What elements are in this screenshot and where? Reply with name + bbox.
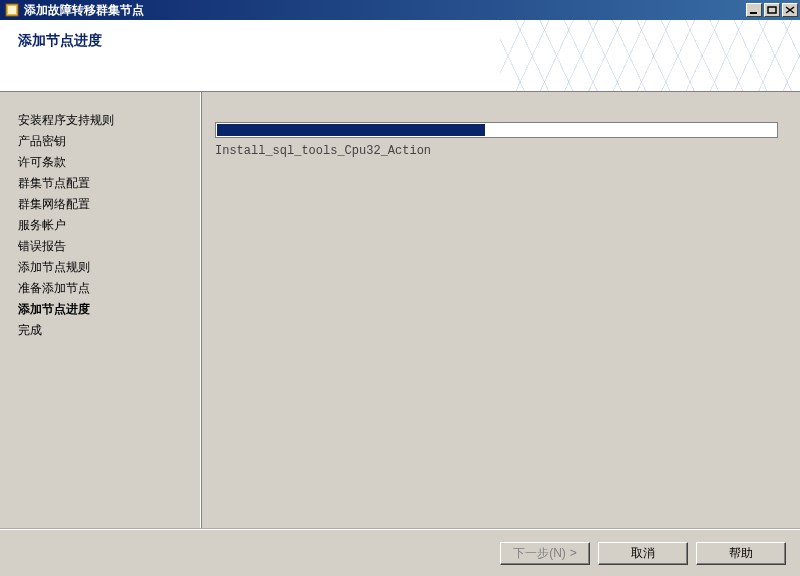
- help-button[interactable]: 帮助: [696, 542, 786, 565]
- header-panel: 添加节点进度: [0, 20, 800, 92]
- sidebar-step: 群集节点配置: [18, 173, 192, 194]
- next-button[interactable]: 下一步(N) >: [500, 542, 590, 565]
- sidebar-step: 安装程序支持规则: [18, 110, 192, 131]
- sidebar-step: 完成: [18, 320, 192, 341]
- page-title: 添加节点进度: [18, 32, 102, 50]
- wizard-steps-sidebar: 安装程序支持规则 产品密钥 许可条款 群集节点配置 群集网络配置 服务帐户 错误…: [0, 92, 200, 528]
- sidebar-step: 群集网络配置: [18, 194, 192, 215]
- svg-rect-1: [8, 6, 16, 14]
- app-icon: [4, 2, 20, 18]
- svg-rect-2: [750, 12, 757, 14]
- cancel-button-label: 取消: [631, 543, 655, 564]
- minimize-button[interactable]: [746, 3, 762, 17]
- footer: 下一步(N) > 取消 帮助: [0, 528, 800, 576]
- cancel-button[interactable]: 取消: [598, 542, 688, 565]
- svg-rect-3: [768, 7, 776, 13]
- sidebar-step: 产品密钥: [18, 131, 192, 152]
- sidebar-step: 服务帐户: [18, 215, 192, 236]
- titlebar: 添加故障转移群集节点: [0, 0, 800, 20]
- next-button-label: 下一步(N): [513, 543, 566, 564]
- header-decoration: [500, 20, 800, 92]
- sidebar-step: 准备添加节点: [18, 278, 192, 299]
- chevron-right-icon: >: [570, 543, 577, 564]
- main-content: Install_sql_tools_Cpu32_Action: [200, 92, 800, 528]
- maximize-button[interactable]: [764, 3, 780, 17]
- progress-bar-fill: [217, 124, 485, 136]
- help-button-label: 帮助: [729, 543, 753, 564]
- window-controls: [746, 3, 798, 17]
- sidebar-step-current: 添加节点进度: [18, 299, 192, 320]
- body: 安装程序支持规则 产品密钥 许可条款 群集节点配置 群集网络配置 服务帐户 错误…: [0, 92, 800, 528]
- sidebar-step: 许可条款: [18, 152, 192, 173]
- window-title: 添加故障转移群集节点: [24, 2, 746, 19]
- sidebar-step: 添加节点规则: [18, 257, 192, 278]
- progress-bar: [215, 122, 778, 138]
- progress-status-text: Install_sql_tools_Cpu32_Action: [215, 144, 778, 158]
- close-button[interactable]: [782, 3, 798, 17]
- sidebar-step: 错误报告: [18, 236, 192, 257]
